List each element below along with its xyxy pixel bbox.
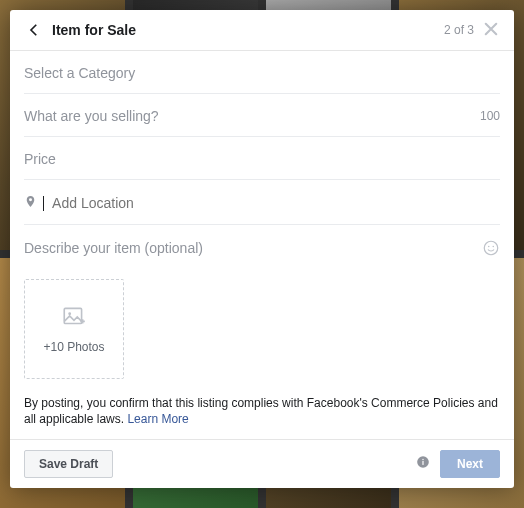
- svg-point-0: [484, 241, 498, 255]
- title-input[interactable]: [24, 108, 480, 124]
- image-add-icon: [61, 304, 87, 334]
- step-indicator: 2 of 3: [444, 23, 474, 37]
- text-cursor: [43, 196, 44, 211]
- char-limit: 100: [480, 109, 500, 123]
- next-button[interactable]: Next: [440, 450, 500, 478]
- svg-rect-6: [422, 461, 423, 465]
- modal-title: Item for Sale: [52, 22, 444, 38]
- sell-item-modal: Item for Sale 2 of 3 Select a Category 1…: [10, 10, 514, 488]
- info-icon[interactable]: [416, 455, 430, 473]
- svg-point-2: [493, 246, 495, 248]
- location-field[interactable]: [24, 180, 500, 225]
- disclosure-body: By posting, you confirm that this listin…: [24, 396, 498, 426]
- svg-point-4: [68, 312, 71, 315]
- modal-footer: Save Draft Next: [10, 439, 514, 488]
- add-photos-button[interactable]: +10 Photos: [24, 279, 124, 379]
- emoji-picker-button[interactable]: [482, 239, 500, 257]
- location-pin-icon: [24, 194, 37, 212]
- disclosure-text: By posting, you confirm that this listin…: [24, 395, 500, 439]
- price-field[interactable]: [24, 137, 500, 180]
- photo-count-label: +10 Photos: [43, 340, 104, 354]
- modal-body: Select a Category 100 Describe your item…: [10, 51, 514, 439]
- svg-point-7: [422, 459, 423, 460]
- description-placeholder: Describe your item (optional): [24, 240, 482, 256]
- price-input[interactable]: [24, 151, 500, 167]
- title-field[interactable]: 100: [24, 94, 500, 137]
- modal-header: Item for Sale 2 of 3: [10, 10, 514, 51]
- back-button[interactable]: [24, 20, 44, 40]
- description-field[interactable]: Describe your item (optional): [24, 225, 500, 269]
- save-draft-button[interactable]: Save Draft: [24, 450, 113, 478]
- svg-rect-3: [64, 308, 81, 323]
- learn-more-link[interactable]: Learn More: [127, 412, 188, 426]
- category-field[interactable]: Select a Category: [24, 51, 500, 94]
- close-button[interactable]: [484, 22, 500, 38]
- svg-point-1: [488, 246, 490, 248]
- category-placeholder: Select a Category: [24, 65, 135, 81]
- location-input[interactable]: [52, 195, 500, 211]
